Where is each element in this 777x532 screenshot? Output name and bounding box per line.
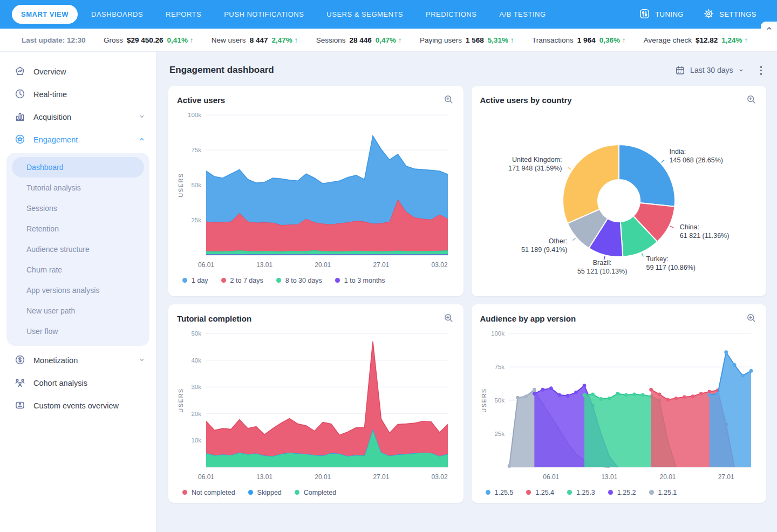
acquisition-bars-icon [15, 111, 25, 124]
sidebar-submenu-engagement: DashboardTutorial analysisSessionsRetent… [6, 153, 149, 346]
main-header: Engagement dashboard Last 30 days [169, 64, 765, 77]
sidebar-subitem-churn-rate[interactable]: Churn rate [12, 260, 144, 280]
sidebar-item-cohort-analysis[interactable]: Cohort analysis [0, 372, 156, 394]
cohort-people-icon [15, 377, 25, 390]
svg-text:75k: 75k [494, 364, 505, 370]
collapse-stats-button[interactable] [761, 22, 777, 35]
sidebar-subitem-sessions[interactable]: Sessions [12, 198, 144, 219]
metric-gross: Gross$29 450.260,41% ↑ [104, 36, 193, 44]
magnifier-plus-icon [444, 94, 454, 105]
events-card-icon [15, 400, 25, 412]
card-title: Audience by app version [480, 314, 576, 323]
card-header: Active users [177, 93, 455, 107]
legend-item-1.25.3[interactable]: 1.25.3 [567, 489, 595, 496]
legend-label: 1 to 3 months [344, 277, 385, 284]
sidebar-item-engagement[interactable]: Engagement [0, 128, 156, 151]
zoom-chart-button[interactable] [745, 93, 758, 107]
legend-item-1.25.1[interactable]: 1.25.1 [649, 489, 677, 496]
legend-item-1.25.4[interactable]: 1.25.4 [526, 489, 554, 496]
legend-item-1.25.2[interactable]: 1.25.2 [608, 489, 636, 496]
settings-gear-icon [703, 8, 714, 21]
zoom-chart-button[interactable] [442, 312, 455, 326]
date-range-selector[interactable]: Last 30 days [675, 65, 744, 76]
legend-item-1.25.5[interactable]: 1.25.5 [486, 489, 514, 496]
sidebar-subitem-retention[interactable]: Retention [12, 219, 144, 239]
nav-tool-settings[interactable]: SETTINGS [703, 8, 756, 21]
legend-label: 1.25.1 [658, 489, 677, 496]
card-active-users: Active users 100k75k50k25k06.0113.0120.0… [168, 86, 464, 296]
audience-by-app-version-legend: 1.25.51.25.41.25.31.25.21.25.1 [480, 486, 758, 499]
metric-paying-users: Paying users1 5685,31% ↑ [420, 36, 514, 44]
legend-item-skipped[interactable]: Skipped [248, 489, 282, 496]
nav-item-dashboards[interactable]: DASHBOARDS [82, 5, 152, 24]
sidebar-subitem-tutorial-analysis[interactable]: Tutorial analysis [12, 178, 144, 198]
legend-item-2-to-7-days[interactable]: 2 to 7 days [221, 277, 263, 284]
sidebar-item-overview[interactable]: Overview [0, 60, 156, 83]
nav-item-push-notifications[interactable]: PUSH NOTIFICATIONS [215, 5, 313, 24]
metric-change: 0,41% ↑ [167, 36, 194, 44]
legend-item-not-completed[interactable]: Not completed [182, 489, 235, 496]
svg-text:India:: India: [669, 147, 686, 155]
nav-item-a-b-testing[interactable]: A/B TESTING [490, 5, 555, 24]
nav-tools: TUNINGSETTINGS [639, 8, 756, 21]
sidebar-item-custom-events-overview[interactable]: Custom events overview [0, 394, 156, 417]
active-users-by-country-chart: India:145 068 (26.65%)China:61 821 (11.3… [480, 107, 758, 290]
svg-text:75k: 75k [191, 147, 201, 153]
metric-change: 5,31% ↑ [488, 36, 514, 44]
legend-item-8-to-30-days[interactable]: 8 to 30 days [276, 277, 322, 284]
legend-item-1-to-3-months[interactable]: 1 to 3 months [335, 277, 385, 284]
legend-item-completed[interactable]: Completed [295, 489, 336, 496]
metric-label: Sessions [316, 36, 346, 44]
card-header: Audience by app version [480, 312, 758, 326]
sidebar-item-acquisition[interactable]: Acquisition [0, 106, 156, 128]
last-update-value: 12:30 [67, 36, 86, 44]
dashboard-menu-button[interactable] [757, 64, 766, 77]
zoom-chart-button[interactable] [745, 312, 758, 326]
sidebar-item-monetization[interactable]: Monetization [0, 349, 156, 372]
sidebar-subitem-new-user-path[interactable]: New user path [12, 301, 144, 321]
svg-text:Brazil:: Brazil: [592, 259, 611, 267]
metric-average-check: Average check$12.821,24% ↑ [644, 36, 748, 44]
nav-item-smart-view[interactable]: SMART VIEW [12, 5, 78, 24]
sidebar-item-label: Engagement [33, 135, 131, 144]
tuning-icon [639, 8, 650, 21]
legend-label: 8 to 30 days [285, 277, 322, 284]
tutorial-completion-legend: Not completedSkippedCompleted [177, 486, 455, 499]
nav-tool-label: TUNING [655, 10, 684, 18]
svg-text:27.01: 27.01 [718, 473, 734, 481]
svg-text:06.01: 06.01 [198, 261, 214, 269]
nav-item-users-segments[interactable]: USERS & SEGMENTS [317, 5, 412, 24]
svg-text:25k: 25k [494, 431, 505, 437]
sidebar-subitem-user-flow[interactable]: User flow [12, 321, 144, 342]
sidebar-subitem-dashboard[interactable]: Dashboard [12, 157, 144, 178]
card-title: Tutorial completion [177, 314, 251, 323]
stats-bar: Last update: 12:30 Gross$29 450.260,41% … [0, 29, 777, 52]
metric-value: 28 446 [349, 36, 371, 44]
svg-text:61 821 (11.36%): 61 821 (11.36%) [679, 232, 729, 240]
svg-text:27.01: 27.01 [373, 473, 389, 481]
legend-label: 1.25.4 [535, 489, 554, 496]
svg-text:20k: 20k [191, 410, 201, 417]
metric-change: 0,36% ↑ [599, 36, 626, 44]
svg-text:40k: 40k [191, 357, 201, 363]
metric-value: 1 568 [466, 36, 484, 44]
legend-item-1-day[interactable]: 1 day [182, 277, 208, 284]
sidebar-subitem-audience-structure[interactable]: Audience structure [12, 239, 144, 260]
svg-text:59 117 (10.86%): 59 117 (10.86%) [646, 264, 696, 271]
sidebar-item-real-time[interactable]: Real-time [0, 83, 156, 106]
card-active-users-by-country: Active users by country India:145 068 (2… [472, 86, 767, 296]
sidebar-item-label: Cohort analysis [33, 379, 145, 387]
nav-item-predictions[interactable]: PREDICTIONS [417, 5, 486, 24]
header-controls: Last 30 days [675, 64, 765, 77]
page-layout: OverviewReal-timeAcquisitionEngagementDa… [0, 52, 777, 532]
legend-label: 2 to 7 days [230, 277, 263, 284]
svg-text:20.01: 20.01 [315, 473, 331, 481]
metric-transactions: Transactions1 9640,36% ↑ [532, 36, 625, 44]
nav-item-reports[interactable]: REPORTS [156, 5, 210, 24]
zoom-chart-button[interactable] [442, 93, 455, 107]
nav-tool-tuning[interactable]: TUNING [639, 8, 684, 21]
legend-dot [248, 490, 253, 495]
sidebar-subitem-app-versions-analysis[interactable]: App versions analysis [12, 280, 144, 301]
svg-text:China:: China: [679, 223, 699, 231]
card-title: Active users [177, 96, 225, 105]
